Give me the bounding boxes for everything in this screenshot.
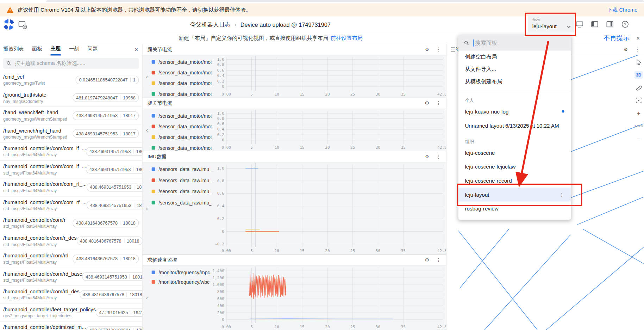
- svg-text:200: 200: [217, 311, 224, 315]
- legend-item[interactable]: /sensors_data_raw.imu_d: [151, 200, 211, 205]
- collapse-legend-icon[interactable]: ‹: [143, 163, 152, 254]
- topic-row[interactable]: /hand_wrench/right_handgeometry_msgs/Wre…: [0, 125, 142, 143]
- chart-求解速度监控[interactable]: 1,4001,2001,00080060040020000.0051015202…: [212, 266, 446, 330]
- more-icon[interactable]: ⋮: [436, 47, 441, 52]
- topic-search[interactable]: [3, 58, 139, 68]
- frame-fit-icon[interactable]: [634, 97, 643, 104]
- topic-name: /humanoid_controller/com/com_lf_...: [3, 164, 86, 169]
- legend-item[interactable]: /sensor_data_motor/moto: [151, 113, 211, 118]
- topic-row[interactable]: /humanoid_controller/com/com_lf_...std_m…: [0, 143, 142, 161]
- measure-tool-icon[interactable]: [634, 84, 643, 91]
- layout-item-leju-coscene-lejuclaw[interactable]: leju-coscene-lejuclaw: [458, 160, 571, 174]
- svg-text:30: 30: [376, 145, 380, 150]
- legend-item[interactable]: /monitor/frequency/wbc: [151, 279, 211, 285]
- setup-layout-link[interactable]: 前往设置布局: [331, 35, 363, 42]
- tab-问题[interactable]: 问题: [87, 44, 98, 55]
- badge-divider: [134, 185, 134, 190]
- topic-info: /hand_wrench/right_handgeometry_msgs/Wre…: [3, 128, 67, 139]
- topic-message-count: 18017: [123, 131, 136, 136]
- legend-item[interactable]: /sensor_data_motor/moto: [151, 124, 211, 129]
- topic-row[interactable]: /humanoid_controller/com/rdstd_msgs/Floa…: [0, 250, 142, 268]
- breadcrumb-record[interactable]: Device auto upload @ 1749731907: [240, 21, 331, 28]
- topic-row[interactable]: /hand_wrench/left_handgeometry_msgs/Wren…: [0, 107, 142, 125]
- settings-icon[interactable]: ⚙: [425, 100, 429, 106]
- layout-item-Unnamed layout 6/13/2025 at 10:22 AM[interactable]: Unnamed layout 6/13/2025 at 10:22 AM: [458, 118, 571, 133]
- more-icon[interactable]: ⋮: [436, 154, 441, 159]
- panel-left-icon[interactable]: [590, 20, 599, 28]
- topic-schema: std_msgs/Float64MultiArray: [3, 188, 87, 193]
- more-icon[interactable]: ⋮: [436, 257, 441, 263]
- cursor-tool-icon[interactable]: [634, 59, 643, 66]
- download-chrome-link[interactable]: 下载 Chrome: [607, 6, 637, 13]
- layout-item-leju-kuavo-nuc-log[interactable]: leju-kuavo-nuc-log: [458, 104, 571, 118]
- kebab-menu-icon[interactable]: ⋮: [559, 191, 564, 197]
- app-screen: 建议使用 Chrome V104 及以上版本的浏览器，其他浏览器可能功能不全，请…: [0, 0, 644, 330]
- panel-search[interactable]: [458, 35, 571, 50]
- topic-current-value: 438.4816436767578: [76, 256, 118, 261]
- legend-item[interactable]: /sensor_data_motor/moto: [151, 81, 211, 86]
- collapse-legend-icon[interactable]: ‹: [143, 109, 152, 151]
- mode-3d-toggle[interactable]: 3D: [634, 71, 643, 79]
- settings-icon[interactable]: ⚙: [624, 47, 628, 52]
- legend-item[interactable]: /sensor_data_motor/moto: [151, 59, 211, 65]
- panel-right-icon[interactable]: [606, 20, 614, 28]
- legend-item[interactable]: /sensor_data_motor/moto: [151, 145, 211, 151]
- menu-action-创建空白布局[interactable]: 创建空白布局: [458, 50, 571, 63]
- panel-search-input[interactable]: [473, 39, 565, 46]
- legend-item[interactable]: /sensors_data_raw.imu_d: [151, 166, 211, 172]
- topic-row[interactable]: /humanoid_controller/com/com_rf_...std_m…: [0, 178, 142, 196]
- topic-row[interactable]: /humanoid_controller/com/r_desstd_msgs/F…: [0, 232, 142, 250]
- legend-item[interactable]: /monitor/frequency/mpc.: [151, 270, 211, 275]
- tab-面板[interactable]: 面板: [32, 44, 42, 55]
- legend-item[interactable]: /sensors_data_raw.imu_d: [151, 189, 211, 194]
- settings-icon[interactable]: ⚙: [425, 154, 429, 159]
- breadcrumb-project[interactable]: 夸父机器人日志: [190, 21, 230, 28]
- topic-row[interactable]: /ground_truth/statenav_msgs/Odometry481.…: [0, 89, 142, 107]
- topic-row[interactable]: /cmd_velgeometry_msgs/Twist0.02465118654…: [0, 71, 142, 89]
- chart-腿关节电流[interactable]: 1.00.80.60.40.200.00510152025303542.89: [212, 109, 446, 151]
- topic-value-badge: 0.0246511865407228471: [76, 75, 139, 84]
- chart-IMU数据[interactable]: 1.00.80.60.40.20-0.20.00510152025303542.…: [212, 163, 446, 254]
- svg-text:5: 5: [250, 145, 253, 150]
- legend-label: /sensor_data_motor/moto: [158, 80, 211, 86]
- svg-text:0.00: 0.00: [221, 249, 231, 253]
- layout-item-rosbag-review[interactable]: rosbag-review: [458, 202, 571, 216]
- zoom-out-button[interactable]: −: [634, 135, 643, 142]
- topic-row[interactable]: /humanoid_controller/optimized_m...std_m…: [0, 322, 142, 330]
- settings-icon[interactable]: ⚙: [425, 257, 429, 263]
- settings-icon[interactable]: ⚙: [425, 47, 429, 52]
- menu-action-从模板创建布局[interactable]: 从模板创建布局: [458, 75, 571, 87]
- topic-row[interactable]: /humanoid_controller/com/com_rf_...std_m…: [0, 196, 142, 214]
- tab-播放列表[interactable]: 播放列表: [3, 44, 24, 55]
- legend-item[interactable]: /sensors_data_raw.imu_d: [151, 178, 211, 183]
- monitor-icon[interactable]: [575, 20, 583, 28]
- collapse-legend-icon[interactable]: ‹: [143, 266, 152, 330]
- layout-item-leju-coscene[interactable]: leju-coscene: [458, 146, 571, 160]
- legend-item[interactable]: /sensor_data_motor/moto: [151, 70, 211, 75]
- menu-action-从文件导入...[interactable]: 从文件导入...: [458, 63, 571, 75]
- more-icon[interactable]: ⋮: [436, 100, 441, 106]
- topic-row[interactable]: /humanoid_controller/com/rd_basestd_msgs…: [0, 268, 142, 286]
- topic-row[interactable]: /humanoid_controller/com/rstd_msgs/Float…: [0, 214, 142, 232]
- legend-item[interactable]: /sensor_data_motor/moto: [151, 134, 211, 140]
- topic-search-input[interactable]: [14, 60, 136, 67]
- chart-腿关节电流[interactable]: 1.00.80.60.40.200.00510152025303542.89: [212, 55, 446, 97]
- topic-row[interactable]: /humanoid_controller/com/com_lf_...std_m…: [0, 160, 142, 178]
- zoom-in-button[interactable]: +: [634, 109, 643, 117]
- tab-一刻[interactable]: 一刻: [69, 44, 79, 55]
- topic-row[interactable]: /humanoid_controller/feet_target_policys…: [0, 304, 142, 322]
- notice-close-icon[interactable]: ×: [636, 35, 640, 42]
- topic-row[interactable]: /humanoid_controller/com/rd_desstd_msgs/…: [0, 286, 142, 304]
- layout-item-leju-coscene-record[interactable]: leju-coscene-record: [458, 173, 571, 188]
- tab-主题[interactable]: 主题: [50, 43, 61, 55]
- collapse-legend-icon[interactable]: ‹: [143, 55, 152, 97]
- legend-item[interactable]: /sensor_data_motor/moto: [151, 91, 211, 97]
- layout-select[interactable]: 布局 leju-layout: [528, 15, 574, 34]
- search-icon: [464, 40, 469, 45]
- sidebar-close-icon[interactable]: ×: [135, 46, 138, 53]
- dismiss-forever-link[interactable]: 不再提示: [604, 34, 630, 42]
- more-icon[interactable]: ⋮: [635, 47, 640, 52]
- svg-text:10: 10: [275, 145, 279, 150]
- layout-item-leju-layout[interactable]: leju-layout⋮: [458, 188, 571, 202]
- help-icon[interactable]: ?: [621, 20, 629, 28]
